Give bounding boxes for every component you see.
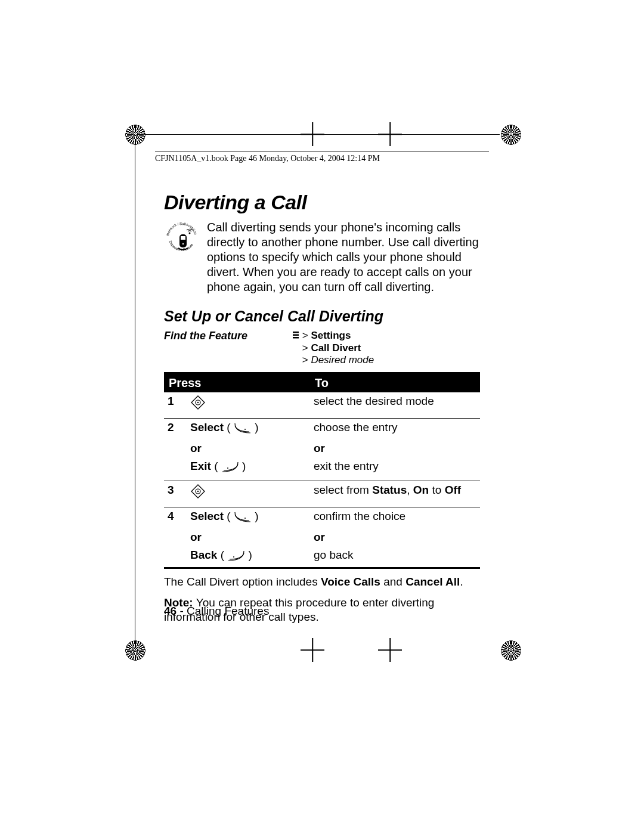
table-row: 2 Select ( ) choose the entry (164, 419, 480, 440)
left-softkey-icon (221, 461, 239, 476)
intro-text: Call diverting sends your phone's incomi… (207, 220, 480, 295)
running-head: CFJN1105A_v1.book Page 46 Monday, Octobe… (155, 154, 380, 163)
table-row: 4 Select ( ) confirm the choice (164, 507, 480, 529)
press-or: or (187, 439, 310, 457)
find-feature-row: Find the Feature > Settings > Call Diver… (164, 330, 480, 366)
frame-line (144, 134, 500, 135)
svg-point-17 (244, 518, 246, 519)
to-cell: select from Status, On to Off (310, 481, 480, 507)
press-cell: Select ( ) (187, 507, 310, 529)
regmark-icon (501, 125, 521, 145)
path-calldivert: Call Divert (311, 342, 361, 354)
regmark-icon (501, 640, 521, 661)
right-softkey-icon (234, 422, 252, 437)
step-num: 4 (164, 507, 187, 529)
network-feature-icon: Network / Subscription Dependent Feature (164, 220, 200, 256)
header-rule (155, 151, 489, 151)
to-cell: go back (310, 546, 480, 568)
path-sep: > (302, 342, 311, 354)
svg-text:Network / Subscription: Network / Subscription (166, 222, 197, 236)
path-sep: > (302, 330, 311, 341)
select-label: Select (190, 510, 224, 522)
find-feature-path: > Settings > Call Divert > Desired mode (292, 330, 374, 366)
path-desired: Desired mode (311, 354, 374, 366)
col-press: Press (164, 373, 310, 393)
to-cell: select the desired mode (310, 392, 480, 419)
table-row: 1 select the desired mode (164, 392, 480, 419)
press-cell (187, 481, 310, 507)
regmark-icon (380, 640, 400, 659)
svg-point-18 (233, 556, 234, 558)
svg-rect-6 (293, 332, 299, 333)
svg-point-12 (244, 429, 246, 430)
after-p1: The Call Divert option includes Voice Ca… (164, 575, 480, 590)
path-sep: > (302, 354, 311, 366)
step-num: 3 (164, 481, 187, 507)
right-softkey-icon (234, 511, 252, 526)
table-row: Back ( ) go back (164, 546, 480, 568)
svg-point-11 (197, 402, 199, 403)
to-cell: confirm the choice (310, 507, 480, 529)
table-row: 3 select from Status, On to Off (164, 481, 480, 507)
table-header-row: Press To (164, 373, 480, 393)
svg-point-16 (197, 491, 199, 492)
nav-key-icon (190, 484, 206, 502)
intro-block: Network / Subscription Dependent Feature… (164, 220, 480, 297)
back-label: Back (190, 549, 217, 561)
regmark-icon (125, 640, 145, 661)
nav-key-icon (190, 395, 206, 413)
chapter-name: Calling Features (187, 605, 269, 617)
exit-label: Exit (190, 460, 211, 472)
find-feature-label: Find the Feature (164, 330, 292, 366)
press-cell: Exit ( ) (187, 457, 310, 481)
left-softkey-icon (227, 550, 245, 565)
menu-icon (292, 330, 299, 342)
svg-rect-8 (293, 337, 299, 339)
table-row: Exit ( ) exit the entry (164, 457, 480, 481)
page-number: 46 (164, 605, 177, 617)
svg-rect-4 (181, 236, 185, 240)
svg-point-3 (182, 243, 184, 244)
step-num: 2 (164, 419, 187, 440)
path-settings: Settings (311, 330, 351, 341)
press-cell: Back ( ) (187, 546, 310, 568)
svg-point-5 (189, 233, 191, 234)
col-to: To (310, 373, 480, 393)
press-or: or (187, 528, 310, 546)
svg-rect-7 (293, 335, 299, 336)
to-or: or (310, 528, 480, 546)
press-cell (187, 392, 310, 419)
to-cell: choose the entry (310, 419, 480, 440)
page: CFJN1105A_v1.book Page 46 Monday, Octobe… (0, 0, 644, 833)
frame-line (135, 143, 135, 650)
to-cell: exit the entry (310, 457, 480, 481)
table-row: or or (164, 439, 480, 457)
subsection-title: Set Up or Cancel Call Diverting (164, 308, 480, 325)
press-cell: Select ( ) (187, 419, 310, 440)
select-label: Select (190, 421, 224, 433)
regmark-icon (125, 125, 145, 145)
table-row: or or (164, 528, 480, 546)
regmark-icon (303, 640, 322, 659)
step-num: 1 (164, 392, 187, 419)
to-or: or (310, 439, 480, 457)
page-footer: 46 - Calling Features (164, 605, 269, 618)
svg-point-13 (227, 467, 228, 469)
steps-table: Press To 1 select the desired mode 2 Sel… (164, 372, 480, 569)
section-title: Diverting a Call (164, 191, 480, 214)
content-area: Diverting a Call Network / Subscription … (164, 191, 480, 631)
